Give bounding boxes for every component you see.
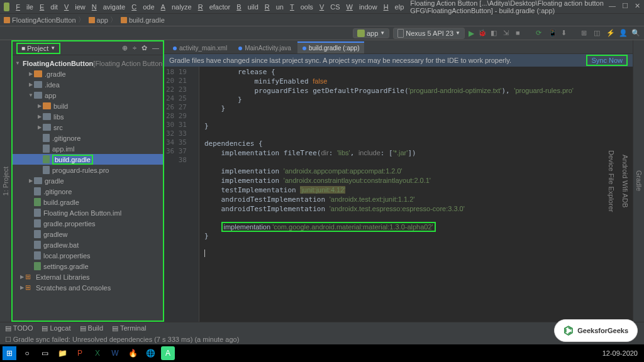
tree-node-src[interactable]: ▶src [13,122,163,133]
bottom-tab-build[interactable]: ▤ Build [80,324,104,332]
system-clock[interactable]: 12-09-2020 [602,349,641,357]
menu-file[interactable]: File [16,3,33,11]
editor-tab[interactable]: MainActivity.java [233,42,296,53]
sync-now-link[interactable]: Sync Now [586,55,628,66]
device-dropdown[interactable]: Nexus 5 API 23▼ [393,28,465,39]
tree-node-app-iml[interactable]: app.iml [13,143,163,154]
firefox-icon[interactable]: 🔥 [126,346,140,360]
tree-node-gradle-properties[interactable]: gradle.properties [13,218,163,229]
gfg-logo-icon: ⌬ [564,324,574,337]
profile-button[interactable]: ◧ [491,29,499,38]
menu-refactor[interactable]: Refactor [198,3,231,11]
status-text: Gradle sync failed: Unresolved dependenc… [13,336,240,343]
search-button[interactable]: ○ [20,346,34,360]
bottom-tab-terminal[interactable]: ▤ Terminal [112,324,146,332]
tree-node-external-libraries[interactable]: ▶⊞External Libraries [13,272,163,282]
tree-node-libs[interactable]: ▶libs [13,111,163,122]
sidebar-collapse-icon[interactable]: ÷ [133,44,136,52]
tree-node-build-gradle[interactable]: build.gradle [13,154,163,165]
tree-node-build[interactable]: ▶build [13,101,163,111]
status-icon: ☐ [5,336,11,344]
toolbar-icon[interactable]: ◫ [594,29,602,38]
project-tree[interactable]: ▼FloatingActionButton [Floating Action B… [13,55,163,321]
menu-window[interactable]: Window [347,3,377,11]
sync-message: Gradle files have changed since last pro… [169,57,511,64]
menu-vcs[interactable]: VCS [319,3,340,11]
crumb-item[interactable]: build.gradle [121,16,165,24]
menu-tools[interactable]: Tools [290,3,313,11]
tree-node--idea[interactable]: ▶.idea [13,79,163,90]
attach-button[interactable]: ⇲ [503,29,512,38]
line-gutter: 18 19 20 21 22 23 24 25 26 27 28 29 30 3… [164,67,191,322]
tree-node-local-properties[interactable]: local.properties [13,250,163,261]
bottom-tab-logcat[interactable]: ▤ Logcat [42,324,70,332]
code-text[interactable]: release { minifyEnabled false proguardFi… [199,67,633,322]
powerpoint-icon[interactable]: P [73,346,87,360]
toolbar-icon[interactable]: 👤 [619,29,628,38]
menu-run[interactable]: Run [265,3,284,11]
editor-tabs: activity_main.xmlMainActivity.javabuild.… [164,40,633,54]
sidebar-header: ■ Project ▼ ⊕ ÷ ✿ — [13,41,163,55]
tree-node-gradle[interactable]: ▶gradle [13,175,163,186]
code-area[interactable]: 18 19 20 21 22 23 24 25 26 27 28 29 30 3… [164,67,633,322]
run-config-dropdown[interactable]: app▼ [353,28,389,38]
explorer-icon[interactable]: 📁 [55,346,69,360]
tree-node-floating-action-button-iml[interactable]: Floating Action Button.iml [13,207,163,218]
minimize-button[interactable]: — [609,2,616,10]
menu-navigate[interactable]: Navigate [92,3,125,11]
left-rail-item[interactable]: 1: Project [2,167,9,195]
crumb-item[interactable]: FloatingActionButton 〉 [4,15,85,25]
sidebar-gear-icon[interactable]: ✿ [142,44,147,52]
sidebar-hide-icon[interactable]: — [152,44,159,52]
word-icon[interactable]: W [108,346,122,360]
project-view-dropdown[interactable]: ■ Project ▼ [16,43,60,54]
sidebar-sync-icon[interactable]: ⊕ [122,44,128,52]
crumb-item[interactable]: app 〉 [89,15,117,25]
menu-help[interactable]: Help [384,3,404,11]
stop-button[interactable]: ■ [516,29,525,38]
excel-icon[interactable]: X [91,346,104,360]
maximize-button[interactable]: ☐ [622,2,628,10]
window-title: Floating Action Button [...\Aditya\Deskt… [410,0,634,14]
geeksforgeeks-watermark: ⌬ GeeksforGeeks [554,319,638,342]
run-button[interactable]: ▶ [469,29,474,38]
tree-root[interactable]: ▼FloatingActionButton [Floating Action B… [13,58,163,69]
tree-node-build-gradle[interactable]: build.gradle [13,197,163,207]
bottom-tab-todo[interactable]: ▤ TODO [5,324,33,332]
right-tool-rail[interactable]: GradleAndroid Wifi ADBDevice File Explor… [633,40,644,322]
main-toolbar: app▼ Nexus 5 API 23▼ ▶ 🐞 ◧ ⇲ ■ ⟳ 📱 ⬇ ⊞ ◫… [0,26,644,40]
toolbar-icon[interactable]: ⚡ [606,29,615,38]
menu-analyze[interactable]: Analyze [161,3,192,11]
sdk-button[interactable]: ⬇ [561,29,570,38]
menu-build[interactable]: Build [236,3,258,11]
left-tool-rail[interactable]: 1: ProjectResource Manager7: StructureLa… [0,40,11,322]
tree-node-settings-gradle[interactable]: settings.gradle [13,261,163,272]
menu-edit[interactable]: Edit [40,3,58,11]
tree-node-scratches-and-consoles[interactable]: ▶⊞Scratches and Consoles [13,282,163,293]
debug-button[interactable]: 🐞 [478,29,487,38]
editor-tab[interactable]: activity_main.xml [168,42,232,53]
tree-node-gradlew-bat[interactable]: gradlew.bat [13,239,163,250]
start-button[interactable]: ⊞ [3,346,16,360]
right-rail-item[interactable]: Gradle [635,170,643,191]
menu-bar: FileEditViewNavigateCodeAnalyzeRefactorB… [0,0,644,14]
search-button[interactable]: 🔍 [631,29,640,38]
gradle-sync-banner: Gradle files have changed since last pro… [164,54,633,67]
menu-code[interactable]: Code [131,3,154,11]
windows-taskbar: ⊞ ○ ▭ 📁 P X W 🔥 🌐 A 12-09-2020 [0,344,644,362]
tree-node--gitignore[interactable]: .gitignore [13,133,163,143]
tree-node--gradle[interactable]: ▶.gradle [13,69,163,79]
editor-tab[interactable]: build.gradle (:app) [297,41,365,53]
chrome-icon[interactable]: 🌐 [143,346,157,360]
tree-node-app[interactable]: ▼app [13,90,163,101]
close-button[interactable]: ✕ [635,2,640,10]
toolbar-icon[interactable]: ⊞ [581,29,590,38]
menu-view[interactable]: View [64,3,86,11]
sync-button[interactable]: ⟳ [536,29,545,38]
tree-node-proguard-rules-pro[interactable]: proguard-rules.pro [13,165,163,175]
tree-node--gitignore[interactable]: .gitignore [13,186,163,197]
android-studio-icon[interactable]: A [161,346,175,360]
taskview-button[interactable]: ▭ [38,346,52,360]
avd-button[interactable]: 📱 [548,29,557,38]
tree-node-gradlew[interactable]: gradlew [13,229,163,239]
